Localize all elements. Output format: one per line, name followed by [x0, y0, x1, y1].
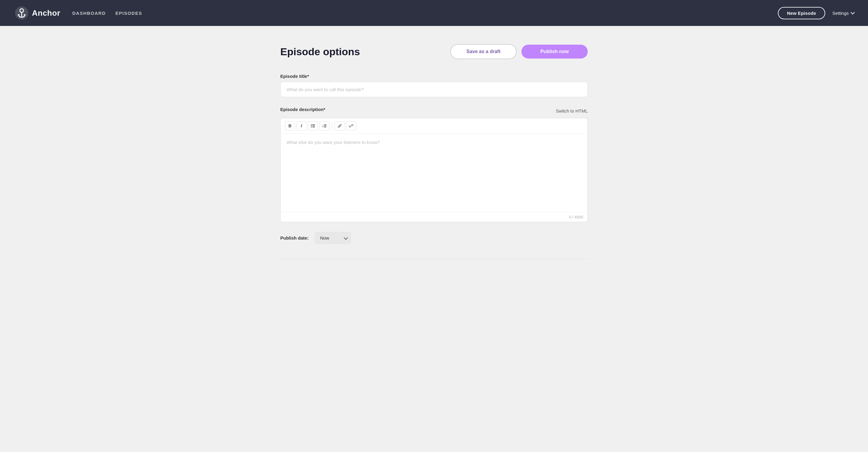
svg-text:1.: 1. [322, 125, 324, 128]
episode-title-label: Episode title* [280, 74, 588, 79]
publish-date-label: Publish date: [280, 235, 309, 241]
description-placeholder: What else do you want your listeners to … [287, 140, 380, 145]
description-textarea[interactable]: What else do you want your listeners to … [281, 134, 587, 212]
switch-to-html-link[interactable]: Switch to HTML [556, 108, 588, 113]
settings-button[interactable]: Settings [832, 10, 854, 16]
editor-toolbar: B I 1. [281, 118, 587, 134]
description-header: Episode description* Switch to HTML [280, 107, 588, 115]
bold-icon: B [288, 123, 291, 128]
ordered-list-icon: 1. [322, 124, 327, 128]
link-button[interactable] [335, 121, 345, 130]
svg-point-5 [311, 124, 312, 125]
save-draft-button[interactable]: Save as a draft [450, 44, 517, 59]
episode-description-section: Episode description* Switch to HTML B I [280, 107, 588, 222]
nav-links: DASHBOARD EPISODES [72, 10, 142, 16]
publish-date-select[interactable]: Now Schedule [315, 232, 351, 244]
nav-link-episodes[interactable]: EPISODES [116, 10, 142, 16]
svg-rect-12 [324, 124, 327, 125]
section-divider [280, 259, 588, 259]
italic-icon: I [301, 123, 302, 128]
bold-button[interactable]: B [285, 121, 295, 130]
unordered-list-icon [311, 124, 315, 128]
description-editor: B I 1. [280, 118, 588, 222]
svg-point-7 [311, 125, 312, 126]
svg-rect-13 [324, 125, 327, 126]
logo-area: Anchor [14, 6, 60, 20]
anchor-logo-icon [14, 6, 29, 20]
episode-title-input[interactable] [280, 82, 588, 97]
page-title: Episode options [280, 46, 360, 58]
episode-description-label: Episode description* [280, 107, 325, 112]
unordered-list-button[interactable] [308, 121, 318, 130]
header-row: Episode options Save as a draft Publish … [280, 44, 588, 59]
link-icon [338, 124, 342, 128]
publish-date-select-wrapper: Now Schedule [315, 232, 351, 244]
publish-date-row: Publish date: Now Schedule [280, 232, 588, 244]
svg-rect-10 [312, 127, 315, 127]
unlink-icon [349, 124, 353, 128]
chevron-down-icon [850, 10, 855, 15]
episode-title-section: Episode title* [280, 74, 588, 107]
ordered-list-button[interactable]: 1. [319, 121, 330, 130]
char-count: 0 / 4000 [281, 212, 587, 222]
publish-now-button[interactable]: Publish now [521, 45, 588, 59]
svg-rect-6 [312, 124, 315, 125]
header-actions: Save as a draft Publish now [450, 44, 588, 59]
nav-link-dashboard[interactable]: DASHBOARD [72, 10, 106, 16]
italic-button[interactable]: I [296, 121, 307, 130]
new-episode-button[interactable]: New Episode [778, 7, 825, 19]
main-content: Episode options Save as a draft Publish … [268, 26, 600, 277]
logo-text: Anchor [32, 8, 60, 18]
unlink-button[interactable] [346, 121, 356, 130]
navbar-left: Anchor DASHBOARD EPISODES [14, 6, 142, 20]
toolbar-separator [332, 123, 332, 129]
svg-rect-14 [324, 127, 327, 127]
navbar: Anchor DASHBOARD EPISODES New Episode Se… [0, 0, 868, 26]
svg-rect-8 [312, 125, 315, 126]
svg-point-9 [311, 127, 312, 128]
navbar-right: New Episode Settings [778, 7, 854, 19]
settings-label: Settings [832, 10, 849, 16]
